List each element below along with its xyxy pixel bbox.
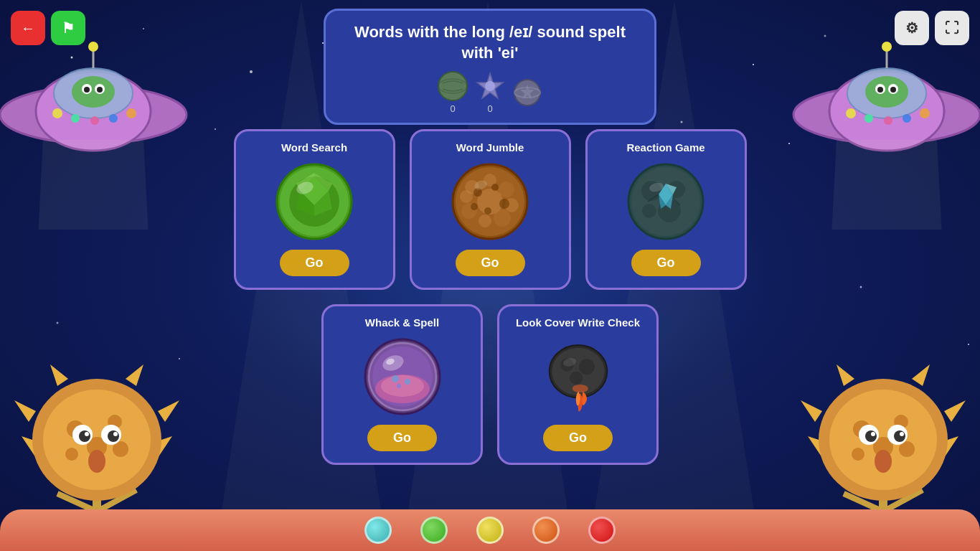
settings-button[interactable]: ⚙	[895, 11, 929, 45]
whack-spell-title: Whack & Spell	[365, 316, 439, 329]
bottom-orb-5[interactable]	[588, 517, 616, 544]
svg-point-18	[57, 322, 59, 324]
reaction-game-title: Reaction Game	[626, 141, 705, 154]
svg-point-102	[871, 432, 875, 436]
word-jumble-card[interactable]: Word Jumble	[410, 129, 571, 290]
whack-spell-image	[363, 337, 442, 416]
word-jumble-title: Word Jumble	[456, 141, 524, 154]
svg-point-77	[79, 430, 90, 442]
word-search-go-button[interactable]: Go	[280, 250, 349, 276]
look-cover-write-check-image	[539, 337, 618, 416]
planet-icon	[512, 77, 543, 108]
header-box: Words with the long /eɪ/ sound spelt wit…	[324, 9, 656, 125]
svg-point-133	[491, 184, 499, 191]
top-cards-row: Word Search Go Word	[217, 129, 763, 290]
svg-point-80	[113, 432, 118, 436]
word-jumble-image	[451, 162, 529, 241]
reaction-game-go-button[interactable]: Go	[631, 250, 701, 276]
bottom-orb-1[interactable]	[364, 517, 392, 544]
svg-point-50	[890, 87, 896, 93]
svg-point-38	[109, 114, 118, 123]
svg-point-12	[215, 128, 216, 130]
star-icon-count: 0	[487, 103, 492, 114]
look-cover-write-check-go-button[interactable]: Go	[543, 425, 613, 451]
whack-spell-go-button[interactable]: Go	[367, 425, 437, 451]
bottom-orb-4[interactable]	[532, 517, 560, 544]
bottom-bar	[0, 509, 980, 551]
svg-point-54	[903, 114, 911, 123]
header-icon-star: 0	[474, 70, 506, 114]
svg-point-58	[882, 42, 892, 52]
svg-point-130	[460, 190, 473, 203]
svg-point-105	[438, 72, 467, 100]
svg-point-128	[479, 215, 491, 227]
svg-point-2	[250, 70, 253, 73]
earth-icon	[437, 70, 468, 102]
whack-spell-card[interactable]: Whack & Spell	[321, 304, 483, 465]
right-creature-decoration	[801, 329, 966, 529]
svg-marker-87	[837, 364, 854, 386]
svg-point-49	[877, 87, 883, 93]
svg-marker-90	[912, 364, 930, 386]
svg-point-39	[126, 108, 136, 118]
header-icons: 0 0	[354, 70, 626, 114]
word-search-title: Word Search	[281, 141, 347, 154]
svg-point-101	[894, 430, 905, 442]
svg-point-135	[484, 207, 491, 215]
bottom-orb-3[interactable]	[476, 517, 504, 544]
svg-point-53	[884, 116, 892, 125]
svg-point-51	[846, 108, 856, 118]
header-icon-earth: 0	[437, 70, 468, 114]
svg-marker-66	[158, 400, 179, 422]
main-content: Word Search Go Word	[217, 129, 763, 465]
svg-point-8	[753, 64, 754, 65]
svg-point-78	[108, 430, 119, 442]
svg-point-96	[852, 448, 864, 461]
bottom-orb-2[interactable]	[420, 517, 448, 544]
left-creature-decoration	[14, 329, 179, 529]
svg-point-20	[860, 286, 862, 288]
svg-point-155	[381, 375, 424, 397]
svg-marker-89	[944, 400, 966, 422]
word-search-card[interactable]: Word Search Go	[234, 129, 395, 290]
svg-point-36	[71, 114, 80, 123]
svg-point-37	[90, 116, 99, 125]
reaction-game-card[interactable]: Reaction Game	[585, 129, 747, 290]
svg-marker-56	[815, 140, 958, 230]
flag-button[interactable]: ⚑	[51, 11, 85, 45]
svg-marker-86	[801, 400, 822, 422]
svg-point-55	[920, 108, 930, 118]
svg-point-81	[88, 450, 105, 473]
word-jumble-go-button[interactable]: Go	[456, 250, 525, 276]
svg-point-166	[570, 372, 583, 385]
svg-point-34	[97, 87, 103, 93]
svg-point-156	[392, 375, 399, 382]
svg-point-134	[499, 199, 509, 209]
svg-point-73	[65, 448, 78, 461]
svg-point-108	[485, 81, 495, 91]
top-left-nav: ← ⚑	[11, 11, 85, 45]
svg-point-167	[572, 385, 588, 392]
svg-point-103	[900, 432, 904, 436]
header-title: Words with the long /eɪ/ sound spelt wit…	[354, 22, 626, 63]
svg-point-42	[88, 42, 98, 52]
back-button[interactable]: ←	[11, 11, 45, 45]
svg-point-100	[865, 430, 877, 442]
svg-marker-40	[22, 140, 165, 230]
look-cover-write-check-title: Look Cover Write Check	[516, 316, 640, 329]
reaction-game-image	[626, 162, 705, 241]
svg-point-21	[968, 344, 969, 345]
svg-point-157	[405, 379, 410, 385]
svg-point-158	[397, 384, 401, 388]
svg-point-46	[865, 76, 908, 108]
header-title-line1: Words with the long /eɪ/ sound spelt	[354, 23, 626, 41]
svg-marker-63	[14, 400, 36, 422]
bottom-cards-row: Whack & Spell	[217, 304, 763, 465]
word-search-image	[275, 162, 354, 241]
svg-marker-64	[50, 364, 68, 386]
svg-point-136	[471, 203, 478, 210]
header-icon-planet	[512, 77, 543, 108]
look-cover-write-check-card[interactable]: Look Cover Write Check	[497, 304, 659, 465]
expand-button[interactable]: ⛶	[935, 11, 969, 45]
svg-point-104	[875, 450, 892, 473]
